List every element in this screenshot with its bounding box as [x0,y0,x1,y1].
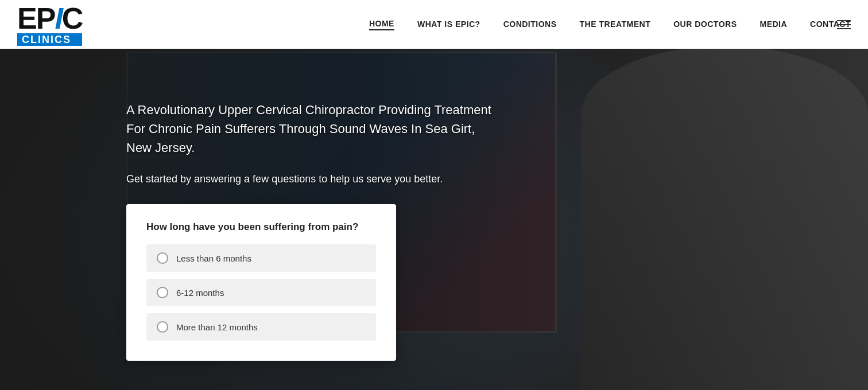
option-label-1: Less than 6 months [176,253,251,263]
logo-epic: EPIC [17,3,82,33]
main-nav: HOME WHAT IS EPIC? CONDITIONS THE TREATM… [369,19,851,30]
logo-clinics: CLINICS [17,33,82,46]
nav-media[interactable]: MEDIA [760,20,787,30]
logo[interactable]: EPIC CLINICS [17,3,82,46]
hamburger-line-1 [837,20,851,21]
hero-subtext: Get started by answering a few questions… [126,171,499,187]
hamburger-line-3 [837,28,851,29]
hero-content: A Revolutionary Upper Cervical Chiroprac… [0,49,868,390]
nav-conditions[interactable]: CONDITIONS [503,20,557,30]
radio-button-1[interactable] [157,252,168,264]
quiz-question: How long have you been suffering from pa… [146,221,376,233]
logo-i-letter: I [55,2,61,35]
quiz-card: How long have you been suffering from pa… [126,204,396,361]
quiz-option-3[interactable]: More than 12 months [146,313,376,341]
option-label-2: 6-12 months [176,288,224,298]
hamburger-menu[interactable] [837,20,851,29]
quiz-option-2[interactable]: 6-12 months [146,279,376,306]
nav-what-is-epic[interactable]: WHAT IS EPIC? [417,20,480,30]
radio-button-2[interactable] [157,287,168,298]
radio-button-3[interactable] [157,321,168,333]
nav-the-treatment[interactable]: THE TREATMENT [580,20,651,30]
nav-our-doctors[interactable]: OUR DOCTORS [673,20,737,30]
quiz-options: Less than 6 months 6-12 months More than… [146,244,376,341]
header: EPIC CLINICS HOME WHAT IS EPIC? CONDITIO… [0,0,868,49]
option-label-3: More than 12 months [176,322,258,332]
nav-home[interactable]: HOME [369,19,394,30]
hero-headline: A Revolutionary Upper Cervical Chiroprac… [126,100,499,157]
hero-text-block: A Revolutionary Upper Cervical Chiroprac… [126,100,499,187]
quiz-option-1[interactable]: Less than 6 months [146,244,376,272]
hamburger-line-2 [837,24,851,25]
